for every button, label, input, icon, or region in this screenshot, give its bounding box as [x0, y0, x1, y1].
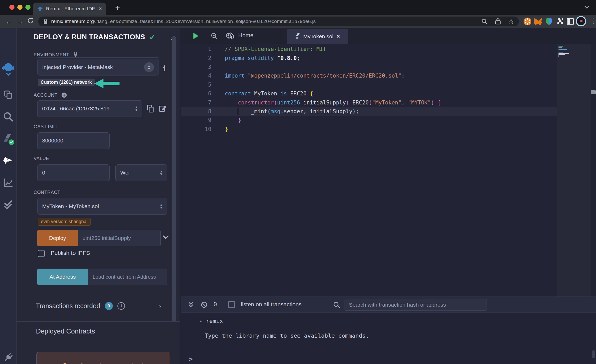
- back-button[interactable]: ←: [6, 18, 12, 26]
- editor-tabbar: Home MyToken.sol ×: [181, 28, 596, 44]
- terminal-scrollbar-thumb[interactable]: [592, 350, 595, 358]
- code-line[interactable]: 5: [181, 80, 557, 89]
- file-explorer-icon[interactable]: [3, 89, 14, 100]
- clear-console-icon[interactable]: [200, 301, 208, 308]
- zoom-page-icon[interactable]: [481, 18, 488, 25]
- editor-scrollbar-thumb[interactable]: [591, 90, 596, 94]
- tab-overflow-chevron-icon[interactable]: [584, 5, 590, 9]
- code-line[interactable]: 4import "@openzeppelin/contracts/token/E…: [181, 71, 557, 80]
- value-unit-select[interactable]: Wei ▴▾: [115, 164, 167, 181]
- tab-home[interactable]: Home: [227, 32, 254, 39]
- code-line[interactable]: 3: [181, 63, 557, 71]
- forward-button[interactable]: →: [17, 18, 23, 26]
- line-number: 1: [181, 46, 211, 52]
- value-input[interactable]: [37, 164, 110, 181]
- deploy-button[interactable]: Deploy: [37, 230, 78, 246]
- terminal-prompt[interactable]: >: [189, 355, 193, 363]
- analytics-icon[interactable]: [3, 177, 14, 188]
- account-add-icon[interactable]: [61, 92, 67, 98]
- deploy-run-panel: DEPLOY & RUN TRANSACTIONS ✓ › ENVIRONMEN…: [17, 28, 180, 364]
- browser-menu-icon[interactable]: ⋮: [591, 17, 596, 25]
- panel-divider: [17, 321, 180, 322]
- shield-extension-icon[interactable]: [545, 17, 553, 26]
- publish-ipfs-checkbox[interactable]: [38, 250, 45, 257]
- main-area: Home MyToken.sol × 1// SPDX-License-Iden…: [181, 28, 596, 364]
- terminal-body[interactable]: •remix Type the library name to see avai…: [181, 313, 596, 364]
- new-tab-button[interactable]: +: [115, 3, 120, 13]
- gas-limit-input[interactable]: [37, 132, 110, 149]
- window-zoom-button[interactable]: [25, 5, 31, 10]
- account-edit-icon[interactable]: [158, 104, 167, 113]
- code-line[interactable]: 10}: [181, 125, 557, 134]
- deployed-contracts-heading: Deployed Contracts: [36, 327, 95, 335]
- line-number: 8: [181, 108, 211, 115]
- deploy-run-icon[interactable]: [2, 156, 14, 166]
- transactions-expand-chevron-icon[interactable]: ›: [159, 302, 161, 310]
- browser-tab[interactable]: Remix - Ethereum IDE ×: [33, 3, 106, 15]
- code-line[interactable]: 8 _mint(msg.sender, initialSupply);: [181, 107, 557, 116]
- share-icon[interactable]: [495, 18, 501, 25]
- annotation-arrow-icon: [94, 78, 120, 89]
- at-address-input[interactable]: [88, 269, 167, 285]
- code-line[interactable]: 7 constructor(uint256 initialSupply) ERC…: [181, 98, 557, 107]
- browser-profile-avatar[interactable]: [576, 16, 586, 26]
- reload-button[interactable]: [27, 17, 34, 24]
- account-label: ACCOUNT: [34, 92, 67, 98]
- url-bar[interactable]: remix.ethereum.org/#lang=en&optimize=fal…: [38, 17, 519, 26]
- window-minimize-button[interactable]: [17, 5, 23, 10]
- environment-info-icon[interactable]: i: [163, 64, 166, 73]
- contract-select[interactable]: MyToken - MyToken.sol ▴▾: [37, 198, 167, 215]
- bookmark-star-icon[interactable]: ☆: [508, 17, 514, 26]
- terminal-search-input[interactable]: [345, 299, 487, 311]
- tab-close-icon[interactable]: ×: [337, 33, 340, 40]
- code-line[interactable]: 2pragma solidity ^0.8.0;: [181, 54, 557, 62]
- environment-label: ENVIRONMENT: [34, 52, 78, 58]
- line-number: 10: [181, 126, 211, 132]
- terminal-log-line: •remix: [199, 318, 223, 324]
- account-copy-icon[interactable]: [146, 104, 155, 113]
- run-script-play-icon[interactable]: [192, 32, 199, 40]
- environment-plug-icon: [73, 52, 78, 58]
- code-line[interactable]: 9 }: [181, 116, 557, 125]
- remix-logo-icon: [2, 62, 15, 77]
- account-select[interactable]: 0xf24...66cac (1207825.819 ▴▾: [37, 100, 142, 117]
- code-line[interactable]: 1// SPDX-License-Identifier: MIT: [181, 45, 557, 54]
- terminal-help-text: Type the library name to see available c…: [205, 332, 369, 339]
- line-number: 2: [181, 55, 211, 61]
- line-number: 9: [181, 117, 211, 123]
- remix-favicon-icon: [37, 6, 43, 12]
- deploy-args-input[interactable]: [78, 230, 161, 246]
- at-address-button[interactable]: At Address: [37, 269, 88, 285]
- solidity-compiler-icon[interactable]: [2, 133, 14, 145]
- zoom-out-icon[interactable]: [210, 32, 218, 40]
- tab-mytoken-sol[interactable]: MyToken.sol ×: [287, 29, 348, 44]
- tab-close-icon[interactable]: ×: [99, 6, 102, 12]
- sidebar-toggle-icon[interactable]: [567, 18, 574, 25]
- listen-all-checkbox[interactable]: [228, 301, 235, 308]
- gas-limit-label: GAS LIMIT: [34, 124, 58, 130]
- search-icon[interactable]: [3, 111, 14, 123]
- terminal-collapse-icon[interactable]: [188, 301, 194, 308]
- panel-scrollbar[interactable]: [172, 36, 176, 322]
- line-number: 4: [181, 73, 211, 79]
- window-close-button[interactable]: [9, 5, 14, 10]
- editor-minimap[interactable]: [557, 44, 591, 297]
- transactions-info-icon[interactable]: i: [117, 302, 125, 310]
- environment-select[interactable]: Injected Provider - MetaMask ▴▾: [37, 59, 159, 75]
- plugin-manager-icon[interactable]: [3, 352, 14, 363]
- metamask-extension-icon[interactable]: [534, 17, 543, 26]
- code-line[interactable]: 6contract MyToken is ERC20 {: [181, 89, 557, 98]
- deploy-expand-chevron-icon[interactable]: [162, 235, 169, 240]
- browser-tabstrip: Remix - Ethereum IDE × +: [0, 0, 596, 15]
- editor-scrollbar-track[interactable]: [591, 44, 596, 297]
- code-editor[interactable]: 1// SPDX-License-Identifier: MIT2pragma …: [181, 44, 557, 297]
- terminal-header: 0 listen on all transactions: [181, 297, 596, 313]
- unit-testing-icon[interactable]: [3, 199, 14, 210]
- extensions-puzzle-icon[interactable]: [556, 17, 564, 25]
- value-unit-stepper-icon: ▴▾: [160, 170, 162, 176]
- line-number: 6: [181, 90, 211, 97]
- polkadot-extension-icon[interactable]: [523, 17, 532, 26]
- evm-version-badge: evm version: shanghai: [38, 218, 91, 226]
- environment-select-wrap: Injected Provider - MetaMask ▴▾: [36, 57, 160, 77]
- publish-ipfs-label: Publish to IPFS: [51, 250, 90, 256]
